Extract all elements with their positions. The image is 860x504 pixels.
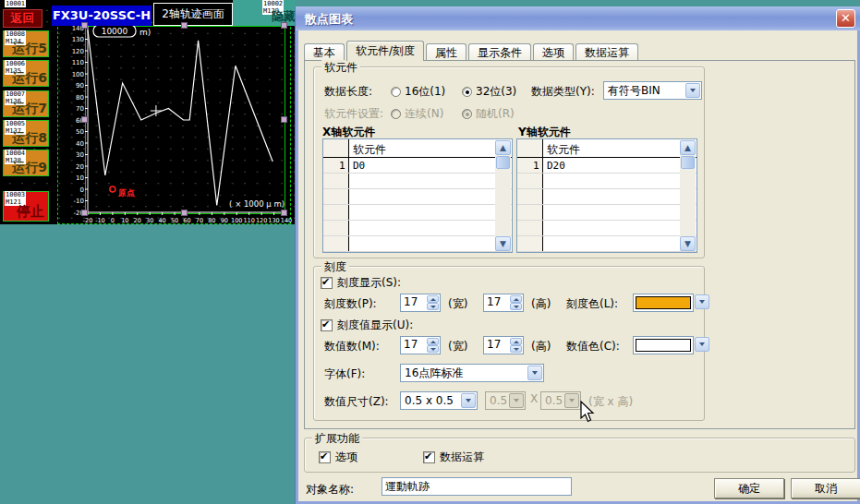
scale-height-spinner[interactable]: 17: [483, 294, 524, 312]
scroll-down-icon[interactable]: ▼: [495, 236, 511, 251]
checkbox-icon[interactable]: [321, 319, 333, 331]
y-axis-device-table[interactable]: 软元件1D20▲▼: [516, 138, 697, 253]
scale-show-checkbox[interactable]: 刻度显示(S):: [321, 275, 401, 291]
font-label: 字体(F):: [324, 366, 365, 382]
ok-button[interactable]: 确定: [714, 478, 784, 498]
scroll-up-icon[interactable]: ▲: [495, 140, 511, 155]
stop-button[interactable]: 10003M121 停止: [3, 191, 49, 222]
width-unit-label: (宽): [448, 296, 467, 312]
cancel-button[interactable]: 取消: [791, 478, 860, 498]
table-row[interactable]: [323, 221, 512, 236]
hide-button-label: 隐藏: [272, 8, 296, 25]
table-row[interactable]: 1D0: [323, 158, 512, 174]
value-size-label: 数值尺寸(Z):: [324, 394, 389, 410]
selection-handle[interactable]: [81, 22, 88, 29]
radio-16bit[interactable]: 16位(1): [391, 84, 445, 100]
table-row[interactable]: [517, 189, 696, 205]
table-row[interactable]: [323, 189, 512, 205]
scroll-thumb[interactable]: [681, 156, 695, 169]
back-button[interactable]: 返回: [3, 9, 42, 28]
value-color-select[interactable]: [633, 336, 710, 354]
svg-text:10: 10: [76, 174, 84, 182]
option-checkbox[interactable]: 选项: [319, 450, 357, 465]
x-axis-device-table[interactable]: 软元件1D0▲▼: [322, 138, 513, 253]
run-button-运行5[interactable]: 10008M134运行5: [3, 30, 49, 57]
radio-32bit-circle[interactable]: [462, 87, 472, 97]
extended-function-title: 扩展功能: [312, 431, 362, 447]
height-unit-label: (高): [531, 339, 551, 354]
run-button-运行9[interactable]: 10004M138运行9: [3, 150, 49, 176]
close-icon[interactable]: ✕: [836, 9, 855, 28]
table-row[interactable]: [323, 174, 512, 189]
tab-4[interactable]: 选项: [533, 43, 574, 61]
chevron-down-icon[interactable]: [685, 83, 700, 98]
chevron-down-icon[interactable]: [695, 294, 709, 309]
value-height-spinner[interactable]: 17: [483, 336, 524, 354]
device-label-10001: 10001: [5, 0, 26, 7]
selection-handle[interactable]: [281, 116, 287, 123]
scatter-chart-dialog: 散点图表 ✕ 基本软元件/刻度属性显示条件选项数据运算 软元件 数据长度: 16…: [296, 7, 860, 504]
scale-value-show-checkbox[interactable]: 刻度值显示(U):: [321, 318, 413, 333]
tab-0[interactable]: 基本: [304, 43, 345, 61]
selection-handle[interactable]: [181, 210, 188, 216]
svg-text:0: 0: [111, 217, 115, 224]
data-type-select[interactable]: 有符号BIN: [603, 81, 702, 100]
screen: 1401301201101009080706050403020100-10-20…: [0, 0, 860, 504]
checkbox-icon[interactable]: [319, 451, 331, 463]
extended-function-group: 扩展功能: [304, 438, 855, 473]
chevron-down-icon[interactable]: [527, 366, 542, 380]
run-button-运行6[interactable]: 10006M135运行6: [3, 60, 49, 87]
svg-text:140: 140: [281, 217, 292, 224]
selection-handle[interactable]: [81, 210, 88, 216]
tab-5[interactable]: 数据运算: [575, 43, 638, 61]
tab-1[interactable]: 软元件/刻度: [346, 41, 424, 61]
chevron-down-icon[interactable]: [695, 337, 709, 352]
checkbox-icon[interactable]: [321, 277, 333, 289]
scale-color-select[interactable]: [633, 294, 710, 312]
svg-text:-10: -10: [74, 198, 84, 205]
selection-handle[interactable]: [181, 22, 188, 29]
table-header-row: 软元件: [323, 139, 512, 158]
run-button-label: 运行7: [12, 101, 47, 117]
scale-width-spinner[interactable]: 17: [400, 294, 441, 312]
tab-3[interactable]: 显示条件: [468, 43, 531, 61]
dialog-titlebar[interactable]: 散点图表 ✕: [296, 6, 860, 30]
data-operation-checkbox[interactable]: 数据运算: [423, 450, 484, 465]
table-row[interactable]: [517, 174, 696, 189]
device-setting-label: 软元件设置:: [324, 106, 383, 122]
table-row[interactable]: [517, 205, 696, 221]
svg-text:30: 30: [76, 151, 84, 159]
scroll-down-icon[interactable]: ▼: [680, 236, 696, 251]
svg-text:120: 120: [256, 217, 267, 224]
scrollbar[interactable]: ▲▼: [495, 140, 511, 251]
object-name-input[interactable]: 運動軌跡: [382, 477, 572, 496]
tab-2[interactable]: 属性: [426, 43, 466, 61]
selection-handle[interactable]: [81, 116, 88, 123]
selection-handle[interactable]: [281, 210, 287, 216]
run-button-label: 运行5: [12, 41, 47, 57]
table-row[interactable]: [323, 205, 512, 221]
radio-random-circle: [462, 109, 472, 119]
run-button-运行7[interactable]: 10007M136运行7: [3, 90, 49, 117]
run-button-运行8[interactable]: 10005M137运行8: [3, 120, 49, 147]
svg-text:原点: 原点: [117, 188, 135, 198]
table-row[interactable]: [517, 236, 696, 252]
screen-title: 2轴轨迹画面: [153, 3, 233, 26]
value-size-select[interactable]: 0.5 x 0.5: [400, 391, 478, 410]
scroll-up-icon[interactable]: ▲: [680, 140, 696, 155]
chevron-down-icon[interactable]: [461, 393, 476, 408]
table-row[interactable]: [323, 236, 512, 252]
value-width-spinner[interactable]: 17: [400, 336, 441, 354]
table-row[interactable]: 1D20: [517, 158, 696, 174]
radio-32bit[interactable]: 32位(3): [462, 84, 516, 100]
checkbox-icon[interactable]: [423, 451, 435, 463]
table-row[interactable]: [517, 221, 696, 236]
svg-text:90: 90: [76, 82, 84, 90]
scroll-thumb[interactable]: [496, 156, 510, 169]
svg-text:0: 0: [80, 186, 84, 194]
font-select[interactable]: 16点阵标准: [400, 364, 544, 382]
size-width-select-disabled: 0.5: [485, 391, 526, 410]
scrollbar[interactable]: ▲▼: [680, 140, 696, 251]
value-count-label: 数值数(M):: [324, 339, 380, 354]
radio-16bit-circle[interactable]: [391, 87, 401, 97]
